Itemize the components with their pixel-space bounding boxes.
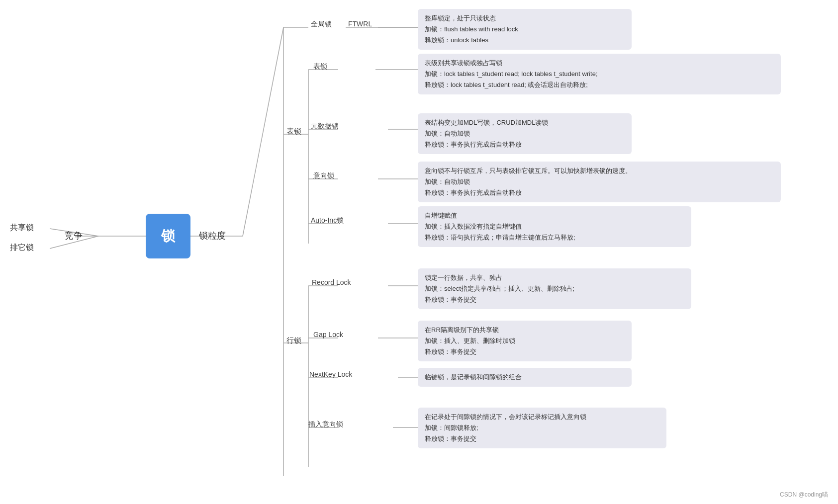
table-lock-content: 表级别共享读锁或独占写锁 加锁：lock tables t_student re… (418, 54, 781, 94)
meta-lock-label: 元数据锁 (311, 122, 339, 131)
lock-granularity-node: 锁粒度 (199, 230, 226, 242)
ftwrl-label: FTWRL (348, 20, 372, 28)
central-lock-node: 锁 (146, 214, 190, 258)
auto-inc-content: 自增键赋值 加锁：插入数据没有指定自增键值 释放锁：语句执行完成；申请自增主键值… (418, 206, 691, 247)
global-lock-label: 全局锁 (311, 20, 332, 29)
nextkey-lock-content: 临键锁，是记录锁和间隙锁的组合 (418, 368, 632, 387)
share-lock-label: 共享锁 (10, 223, 34, 233)
record-lock-label: Record Lock (312, 278, 351, 286)
gap-lock-label: Gap Lock (313, 331, 343, 338)
insert-intent-label: 插入意向锁 (308, 420, 343, 429)
competition-node: 竞争 (65, 230, 83, 242)
meta-lock-content: 表结构变更加MDL写锁，CRUD加MDL读锁 加锁：自动加锁 释放锁：事务执行完… (418, 113, 632, 154)
nextkey-lock-label: NextKey Lock (309, 370, 352, 378)
table-lock-sub-label: 表锁 (313, 62, 327, 71)
intent-lock-content: 意向锁不与行锁互斥，只与表级排它锁互斥。可以加快新增表锁的速度。 加锁：自动加锁… (418, 162, 781, 202)
table-lock-category: 表锁 (286, 127, 301, 136)
intent-lock-label: 意向锁 (313, 171, 334, 180)
watermark: CSDN @coding喵 (780, 491, 828, 499)
svg-line-5 (243, 27, 283, 236)
auto-inc-label: Auto-Inc锁 (311, 216, 344, 225)
mind-map: 共享锁 排它锁 竞争 锁 锁粒度 全局锁 FTWRL 整库锁定，处于只读状态 加… (0, 0, 838, 504)
exclusive-lock-label: 排它锁 (10, 243, 34, 253)
global-lock-content: 整库锁定，处于只读状态 加锁：flush tables with read lo… (418, 9, 632, 50)
insert-intent-content: 在记录处于间隙锁的情况下，会对该记录标记插入意向锁 加锁：间隙锁释放; 释放锁：… (418, 408, 666, 448)
gap-lock-content: 在RR隔离级别下的共享锁 加锁：插入、更新、删除时加锁 释放锁：事务提交 (418, 321, 632, 361)
row-lock-category: 行锁 (286, 336, 301, 345)
record-lock-content: 锁定一行数据，共享、独占 加锁：select指定共享/独占；插入、更新、删除独占… (418, 268, 691, 309)
